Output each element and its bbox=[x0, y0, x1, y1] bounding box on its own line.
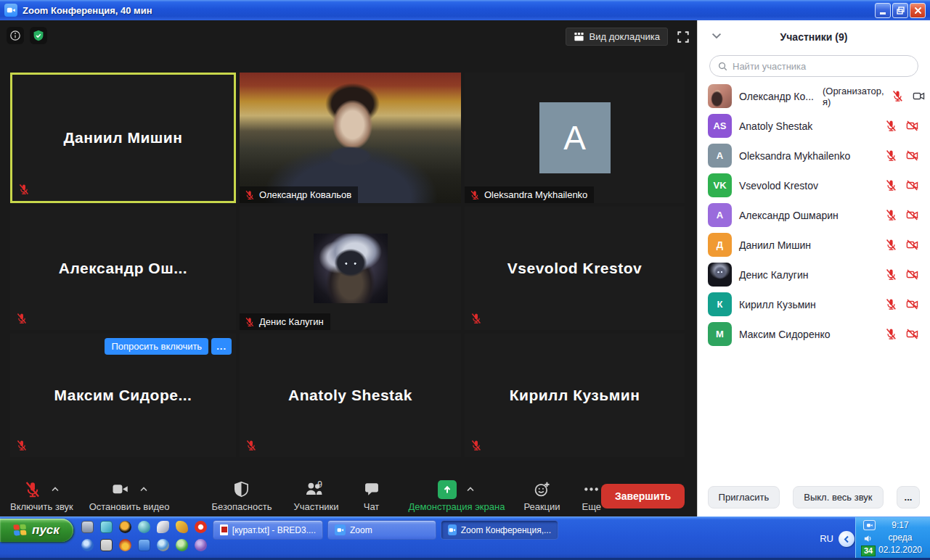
speaker-view-button[interactable]: Вид докладчика bbox=[566, 28, 668, 46]
minimize-button[interactable] bbox=[875, 3, 891, 18]
window-title: Zoom Конференция, 40 мин bbox=[23, 5, 152, 16]
muted-mic-icon[interactable] bbox=[885, 179, 897, 192]
tile-name-label: Oleksandra Mykhailenko bbox=[465, 186, 594, 203]
share-screen-button[interactable]: Демонстрация экрана bbox=[409, 480, 505, 512]
participant-row[interactable]: М Максим Сидоренко bbox=[698, 319, 930, 349]
avatar: М bbox=[708, 322, 732, 346]
video-tile-aleksandr-osh[interactable]: Александр Ош... bbox=[10, 207, 236, 330]
camera-on-icon[interactable] bbox=[913, 90, 925, 102]
panel-more-button[interactable]: ... bbox=[897, 486, 921, 508]
participant-row[interactable]: VK Vsevolod Krestov bbox=[698, 170, 930, 200]
muted-mic-icon[interactable] bbox=[885, 149, 897, 162]
tray-expand-button[interactable] bbox=[839, 531, 854, 547]
globe-green-icon[interactable] bbox=[176, 539, 188, 551]
participant-search-input[interactable]: Найти участника bbox=[709, 55, 918, 77]
plane-icon[interactable] bbox=[157, 521, 169, 533]
participant-name: Anatoly Shestak bbox=[739, 120, 812, 132]
chevron-down-icon[interactable] bbox=[711, 31, 722, 40]
muted-mic-icon[interactable] bbox=[885, 298, 897, 310]
video-tile-oleksandr-kovalov[interactable]: Олександр Ковальов bbox=[240, 73, 461, 203]
close-button[interactable] bbox=[910, 3, 926, 18]
stop-video-button[interactable]: Остановить видео bbox=[89, 480, 170, 512]
task-button-zoom[interactable]: Zoom bbox=[327, 520, 436, 540]
participant-name: Vsevolod Krestov bbox=[465, 260, 685, 277]
start-button[interactable]: пуск bbox=[0, 519, 73, 542]
task-button-zoom-meeting[interactable]: Zoom Конференция,... bbox=[441, 520, 558, 540]
more-button[interactable]: Еще bbox=[582, 480, 601, 512]
chat-button[interactable]: Чат bbox=[364, 480, 380, 512]
aimp-icon[interactable] bbox=[100, 539, 113, 551]
task-button-bred[interactable]: [курат.txt] - BRED3.... bbox=[213, 520, 323, 540]
volume-icon[interactable] bbox=[862, 533, 875, 544]
fire-icon[interactable] bbox=[119, 539, 131, 551]
ccleaner-icon[interactable] bbox=[176, 521, 188, 533]
participant-name: Даниил Мишин bbox=[739, 239, 811, 251]
daemon-tools-icon[interactable] bbox=[119, 521, 131, 533]
video-tile-anatoly-shestak[interactable]: Anatoly Shestak bbox=[240, 334, 461, 457]
clementine-icon[interactable] bbox=[138, 521, 150, 533]
translator-icon[interactable] bbox=[138, 539, 150, 551]
muted-mic-icon[interactable] bbox=[885, 328, 897, 340]
video-tile-oleksandra-mykhailenko[interactable]: A Oleksandra Mykhailenko bbox=[465, 73, 685, 203]
display-icon[interactable] bbox=[100, 521, 113, 533]
camera-off-icon[interactable] bbox=[906, 328, 918, 340]
participant-row[interactable]: Денис Калугин bbox=[698, 260, 930, 289]
participant-row[interactable]: К Кирилл Кузьмин bbox=[698, 289, 930, 319]
invite-button[interactable]: Пригласить bbox=[708, 486, 780, 508]
muted-mic-icon[interactable] bbox=[885, 120, 897, 132]
muted-mic-icon[interactable] bbox=[892, 90, 904, 102]
video-tile-vsevolod-krestov[interactable]: Vsevolod Krestov bbox=[465, 207, 685, 330]
security-shield-icon[interactable] bbox=[30, 27, 47, 44]
security-button[interactable]: Безопасность bbox=[211, 480, 272, 512]
participants-button[interactable]: 9 Участники bbox=[293, 480, 338, 512]
taskbar-clock[interactable]: 9:17 среда 02.12.2020 bbox=[876, 519, 925, 556]
clock-weekday: среда bbox=[876, 532, 925, 544]
globe-blue-icon[interactable] bbox=[157, 539, 169, 551]
camera-off-icon[interactable] bbox=[906, 268, 918, 281]
end-meeting-button[interactable]: Завершить bbox=[601, 484, 685, 508]
video-tile-denis-kalugin[interactable]: Денис Калугин bbox=[240, 207, 461, 330]
participant-row[interactable]: A Александр Ошмарин bbox=[698, 200, 930, 230]
camera-off-icon[interactable] bbox=[906, 298, 918, 310]
camera-off-icon[interactable] bbox=[906, 209, 918, 221]
camera-off-icon[interactable] bbox=[906, 179, 918, 192]
participants-panel-header: Участники (9) bbox=[698, 20, 930, 54]
participant-row[interactable]: Олександр Ко... (Организатор, я) bbox=[698, 81, 930, 111]
show-desktop-icon[interactable] bbox=[81, 521, 94, 533]
chevron-up-icon[interactable] bbox=[466, 486, 475, 493]
muted-mic-icon bbox=[16, 313, 28, 324]
mute-all-button[interactable]: Выкл. весь звук bbox=[793, 486, 883, 508]
viber-icon[interactable] bbox=[195, 539, 207, 551]
reactions-button[interactable]: Реакции bbox=[523, 480, 560, 512]
zoom-tray-icon[interactable] bbox=[863, 520, 876, 530]
zoom-meeting-window: Вид докладчика Даниил Мишин Олександр Ко… bbox=[0, 20, 930, 516]
camera-off-icon[interactable] bbox=[906, 120, 918, 132]
meeting-info-button[interactable] bbox=[7, 27, 24, 44]
fullscreen-button[interactable] bbox=[675, 29, 691, 45]
muted-mic-icon[interactable] bbox=[885, 239, 897, 251]
chevron-up-icon[interactable] bbox=[51, 486, 60, 493]
share-screen-label: Демонстрация экрана bbox=[409, 501, 505, 512]
muted-mic-icon bbox=[470, 313, 482, 324]
chevron-up-icon[interactable] bbox=[139, 486, 148, 493]
video-tile-maksim-sidorenko[interactable]: Попросить включить ... Максим Сидоре... bbox=[10, 334, 236, 457]
participant-row[interactable]: Д Даниил Мишин bbox=[698, 230, 930, 260]
restore-button[interactable] bbox=[892, 3, 908, 18]
participant-row[interactable]: AS Anatoly Shestak bbox=[698, 111, 930, 141]
ask-to-unmute-button[interactable]: Попросить включить bbox=[105, 338, 208, 355]
muted-mic-icon[interactable] bbox=[885, 209, 897, 221]
unread-count-badge[interactable]: 34 bbox=[861, 545, 876, 556]
unmute-button[interactable]: Включить звук bbox=[10, 480, 73, 512]
muted-mic-icon[interactable] bbox=[885, 268, 897, 281]
video-tile-kirill-kuzmin[interactable]: Кирилл Кузьмин bbox=[465, 334, 685, 457]
opera-icon[interactable] bbox=[195, 521, 207, 533]
video-tile-daniil-mishin[interactable]: Даниил Мишин bbox=[10, 73, 236, 203]
participant-row[interactable]: A Oleksandra Mykhailenko bbox=[698, 141, 930, 170]
zoom-app-icon bbox=[448, 524, 457, 535]
tile-more-options-button[interactable]: ... bbox=[211, 338, 232, 355]
klite-icon[interactable] bbox=[81, 539, 94, 551]
meeting-toolbar: Включить звук Остановить видео Безопасно… bbox=[0, 475, 697, 516]
camera-off-icon[interactable] bbox=[906, 239, 918, 251]
camera-off-icon[interactable] bbox=[906, 149, 918, 162]
language-indicator[interactable]: RU bbox=[820, 533, 833, 544]
